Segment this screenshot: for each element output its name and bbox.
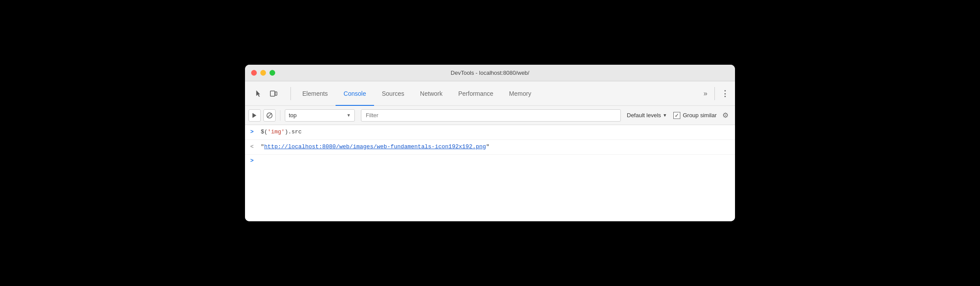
window-title: DevTools - localhost:8080/web/ bbox=[451, 70, 529, 76]
maximize-button[interactable] bbox=[270, 70, 275, 76]
console-input-line-1: > $('img').src bbox=[245, 125, 735, 140]
filter-input[interactable] bbox=[361, 109, 621, 122]
levels-dropdown[interactable]: Default levels ▼ bbox=[623, 112, 671, 119]
more-tabs-icon[interactable]: » bbox=[700, 90, 711, 98]
console-code-1: $('img').src bbox=[261, 128, 302, 137]
minimize-button[interactable] bbox=[260, 70, 266, 76]
cursor-icon-button[interactable] bbox=[252, 87, 265, 100]
tabbar: Elements Console Sources Network Perform… bbox=[245, 81, 735, 106]
kebab-menu-icon[interactable]: ⋮ bbox=[718, 87, 732, 100]
tab-elements[interactable]: Elements bbox=[294, 81, 336, 106]
tab-network[interactable]: Network bbox=[412, 81, 450, 106]
console-empty-line[interactable]: > bbox=[245, 155, 735, 167]
svg-marker-2 bbox=[253, 113, 256, 118]
svg-rect-0 bbox=[270, 91, 275, 96]
console-url-link[interactable]: http://localhost:8080/web/images/web-fun… bbox=[264, 143, 486, 152]
titlebar: DevTools - localhost:8080/web/ bbox=[245, 65, 735, 81]
traffic-lights bbox=[251, 70, 275, 76]
tab-console[interactable]: Console bbox=[336, 81, 374, 106]
devtools-icon-group bbox=[248, 87, 284, 100]
svg-line-5 bbox=[267, 113, 272, 118]
toolbar-separator bbox=[280, 110, 280, 121]
console-return-line: < "http://localhost:8080/web/images/web-… bbox=[245, 140, 735, 155]
group-similar-checkbox[interactable]: ✓ bbox=[673, 112, 680, 119]
tab-performance[interactable]: Performance bbox=[450, 81, 501, 106]
devtools-window: DevTools - localhost:8080/web/ Elements … bbox=[245, 65, 735, 221]
execute-icon-button[interactable] bbox=[248, 109, 261, 122]
tab-separator-1 bbox=[290, 87, 291, 100]
clear-icon-button[interactable] bbox=[263, 109, 276, 122]
close-button[interactable] bbox=[251, 70, 257, 76]
group-similar-label: Group similar bbox=[683, 112, 717, 119]
input-prompt-1: > bbox=[250, 128, 256, 137]
console-area: > $('img').src < "http://localhost:8080/… bbox=[245, 125, 735, 221]
tab-memory[interactable]: Memory bbox=[501, 81, 539, 106]
tab-end: » ⋮ bbox=[699, 87, 732, 100]
cursor-prompt: > bbox=[250, 157, 254, 164]
tab-separator-2 bbox=[714, 87, 715, 100]
console-toolbar: top ▼ Default levels ▼ ✓ Group similar ⚙ bbox=[245, 106, 735, 125]
tab-sources[interactable]: Sources bbox=[374, 81, 412, 106]
group-similar-control: ✓ Group similar bbox=[673, 112, 717, 119]
settings-gear-icon[interactable]: ⚙ bbox=[719, 109, 732, 122]
return-prompt: < bbox=[250, 143, 256, 152]
device-icon-button[interactable] bbox=[267, 87, 280, 100]
levels-arrow-icon: ▼ bbox=[663, 113, 667, 118]
context-arrow-icon: ▼ bbox=[346, 113, 351, 118]
context-selector[interactable]: top ▼ bbox=[285, 109, 355, 122]
svg-rect-3 bbox=[252, 113, 253, 118]
svg-rect-1 bbox=[275, 92, 277, 95]
